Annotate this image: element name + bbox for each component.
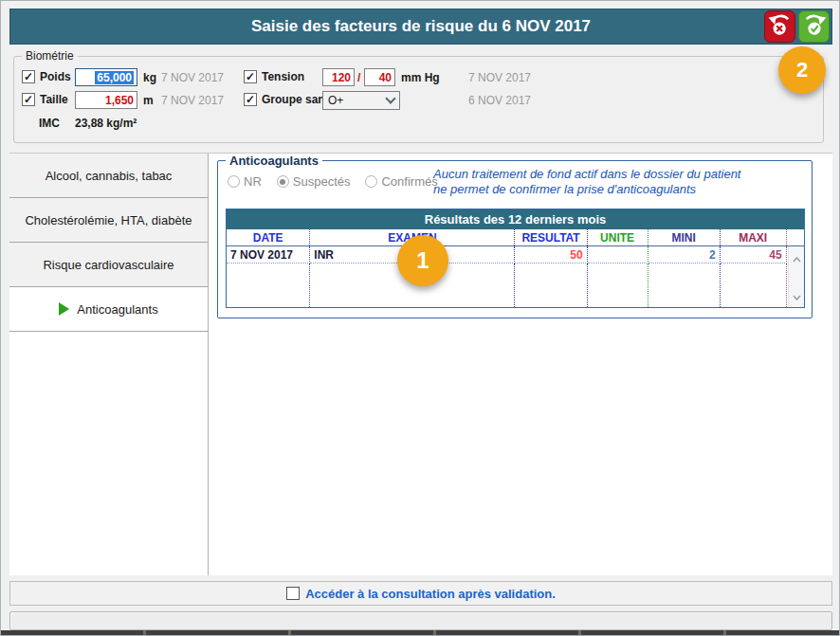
col-header-mini: MINI <box>648 229 721 245</box>
radio-nr[interactable]: NR <box>228 174 262 189</box>
cell-mini: 2 <box>648 246 721 263</box>
groupe-sanguin-select[interactable]: O+ <box>322 91 400 110</box>
results-table-body: 7 NOV 2017 INR 50 2 45 <box>227 246 804 307</box>
radio-label: Suspectés <box>293 174 351 189</box>
risk-categories-sidebar: Alcool, cannabis, tabac Cholestérolémie,… <box>9 154 209 575</box>
scroll-up-icon[interactable] <box>793 249 801 266</box>
tension-unit: mm Hg <box>401 71 440 84</box>
poids-checkbox[interactable]: ✓ <box>22 70 35 83</box>
groupe-sanguin-date: 6 NOV 2017 <box>468 94 531 107</box>
chevron-down-icon <box>385 93 395 103</box>
col-header-unite: UNITE <box>588 229 648 245</box>
sidebar-item-alcool[interactable]: Alcool, cannabis, tabac <box>9 154 208 198</box>
biometrie-group: Biométrie ✓ Poids 65,000 kg 7 NOV 2017 ✓… <box>13 56 824 143</box>
poids-row: ✓ Poids <box>22 70 71 83</box>
radio-label: NR <box>244 174 262 189</box>
cell-maxi: 45 <box>721 246 787 263</box>
annotation-badge-1: 1 <box>397 235 448 286</box>
info-line-2: ne permet de confirmer la prise d'antico… <box>433 182 809 197</box>
col-header-resultat: RESULTAT <box>515 229 587 245</box>
tension-date: 7 NOV 2017 <box>468 71 531 84</box>
tension-systolic-input[interactable]: 120 <box>322 68 355 86</box>
poids-label: Poids <box>40 70 71 83</box>
access-consultation-label: Accéder à la consultation après validati… <box>305 587 556 601</box>
radio-confirmes[interactable]: Confirmés <box>365 174 437 189</box>
imc-label: IMC <box>39 117 60 130</box>
cancel-undo-icon <box>767 11 794 42</box>
cell-date: 7 NOV 2017 <box>227 246 310 263</box>
sidebar-item-label: Anticoagulants <box>77 302 157 317</box>
risk-factors-dialog: Saisie des facteurs de risque du 6 NOV 2… <box>0 0 840 636</box>
results-table-header: DATE EXAMEN RESULTAT UNITE MINI MAXI <box>227 229 804 246</box>
active-tab-arrow-icon <box>59 302 69 316</box>
results-table-title: Résultats des 12 derniers mois <box>227 209 804 229</box>
table-scrollbar[interactable] <box>788 246 804 307</box>
access-consultation-checkbox[interactable] <box>286 587 300 600</box>
table-empty-rows <box>227 263 804 307</box>
tension-label: Tension <box>262 70 304 83</box>
footer-option-bar: Accéder à la consultation après validati… <box>9 581 832 606</box>
groupe-sanguin-value: O+ <box>328 94 343 107</box>
anticoagulants-radio-group: NR Suspectés Confirmés <box>228 174 438 189</box>
col-header-date: DATE <box>227 229 310 245</box>
cell-resultat: 50 <box>515 246 587 263</box>
dialog-title: Saisie des facteurs de risque du 6 NOV 2… <box>251 17 591 36</box>
tension-checkbox[interactable]: ✓ <box>244 70 257 83</box>
sidebar-item-label: Cholestérolémie, HTA, diabète <box>25 213 192 227</box>
anticoagulants-legend: Anticoagulants <box>226 154 322 168</box>
taille-input[interactable]: 1,650 <box>75 91 137 109</box>
radio-suspectes[interactable]: Suspectés <box>277 174 351 189</box>
dialog-titlebar: Saisie des facteurs de risque du 6 NOV 2… <box>9 9 832 45</box>
taskbar-edge <box>1 630 839 635</box>
results-table: Résultats des 12 derniers mois DATE EXAM… <box>226 209 805 308</box>
tension-row: ✓ Tension <box>244 70 304 83</box>
info-line-1: Aucun traitement de fond actif dans le d… <box>433 167 809 182</box>
taille-checkbox[interactable]: ✓ <box>22 93 35 106</box>
col-header-maxi: MAXI <box>721 229 787 245</box>
table-row[interactable]: 7 NOV 2017 INR 50 2 45 <box>227 246 804 263</box>
no-treatment-info: Aucun traitement de fond actif dans le d… <box>433 167 809 197</box>
taille-date: 7 NOV 2017 <box>161 94 224 107</box>
radio-label: Confirmés <box>381 174 437 189</box>
content-area: Alcool, cannabis, tabac Cholestérolémie,… <box>9 153 832 575</box>
validate-button[interactable] <box>798 10 830 43</box>
annotation-badge-2: 2 <box>778 46 826 94</box>
sidebar-item-label: Alcool, cannabis, tabac <box>46 169 173 183</box>
cancel-button[interactable] <box>764 10 795 43</box>
poids-date: 7 NOV 2017 <box>161 71 224 84</box>
radio-circle-icon <box>365 175 377 188</box>
groupe-sanguin-checkbox[interactable]: ✓ <box>244 93 257 106</box>
taille-unit: m <box>143 94 154 107</box>
poids-value: 65,000 <box>95 71 134 84</box>
sidebar-item-anticoagulants[interactable]: Anticoagulants <box>9 287 208 332</box>
poids-input[interactable]: 65,000 <box>75 68 137 86</box>
status-bar <box>9 611 832 630</box>
poids-unit: kg <box>143 71 156 84</box>
biometrie-legend: Biométrie <box>22 49 78 63</box>
sidebar-item-cholesterolemie[interactable]: Cholestérolémie, HTA, diabète <box>9 198 208 243</box>
taille-row: ✓ Taille <box>22 93 68 106</box>
validate-check-icon <box>801 11 828 42</box>
radio-circle-icon <box>228 175 240 188</box>
anticoagulants-group: Anticoagulants NR Suspectés Confirmés Au… <box>217 160 813 318</box>
scroll-down-icon[interactable] <box>793 287 801 304</box>
tension-separator: / <box>357 71 360 84</box>
sidebar-item-risque-cardiovasculaire[interactable]: Risque cardiovasculaire <box>9 243 208 287</box>
taille-label: Taille <box>40 93 68 106</box>
sidebar-item-label: Risque cardiovasculaire <box>43 258 173 272</box>
cell-unite <box>588 246 648 263</box>
imc-value: 23,88 kg/m² <box>75 117 137 130</box>
radio-circle-selected-icon <box>277 175 289 188</box>
tension-diastolic-input[interactable]: 40 <box>364 68 395 86</box>
